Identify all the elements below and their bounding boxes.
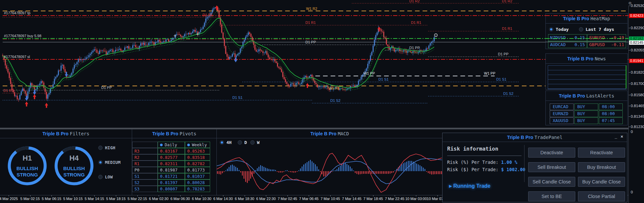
sell-candle-close-button[interactable]: Sell Candle Close — [528, 177, 575, 187]
running-trade-toggle[interactable]: ▸ Running Trade — [449, 183, 490, 189]
macd-radio-d[interactable]: D — [238, 140, 247, 145]
pivot-daily-value: 0.80807 — [158, 186, 185, 192]
buy-candle-close-button[interactable]: Buy Candle Close — [578, 177, 625, 187]
subwindow-separator[interactable] — [0, 128, 628, 128]
bull-candle — [348, 88, 349, 89]
pivot-row-label: S1 — [132, 173, 158, 179]
bull-candle — [310, 75, 311, 76]
pivot-daily-value: 0.82577 — [158, 154, 185, 161]
svg-text:H1: H1 — [23, 154, 32, 162]
heatmap-value: -0.19 — [611, 34, 624, 41]
buy-breakout-button[interactable]: Buy Breakout — [578, 162, 625, 172]
bear-candle — [289, 86, 290, 87]
heatmap-radio-last7days[interactable]: Last 7 days — [579, 27, 614, 32]
pivots-col-daily: Daily — [158, 142, 185, 148]
close-icon[interactable]: × — [620, 134, 623, 139]
price-tick-label: 0.81820 — [631, 70, 644, 74]
lastalerts-panel: Triple B Pro LastAlerts EURCADBUY08:00EU… — [545, 91, 628, 125]
bear-candle — [195, 30, 196, 32]
macd-plot[interactable] — [217, 147, 443, 195]
svg-text:H4: H4 — [69, 154, 79, 162]
price-tick-label: 0.82055 — [631, 48, 644, 52]
bear-candle — [316, 83, 317, 84]
radio-selected-icon[interactable] — [549, 27, 553, 32]
bear-candle — [286, 82, 287, 84]
minimize-icon[interactable]: _ — [615, 134, 617, 139]
bull-candle — [358, 81, 359, 85]
time-label: 6 Mar 18:30 — [235, 197, 254, 201]
bull-candle — [57, 75, 58, 77]
bear-candle — [354, 86, 355, 87]
filters-radio-high[interactable]: HIGH — [98, 145, 115, 150]
bear-candle — [381, 29, 382, 32]
tradepanel-titlebar[interactable]: Triple B Pro TradePanel — [443, 133, 627, 142]
bull-candle — [81, 59, 82, 60]
radio-selected-icon[interactable] — [98, 160, 103, 165]
triangle-right-icon: ▸ — [449, 183, 452, 189]
time-tick-mark — [330, 195, 331, 196]
bull-candle — [366, 68, 367, 71]
alert-direction: BUY — [574, 103, 598, 110]
filters-radio-medium[interactable]: MEDIUM — [98, 160, 121, 165]
bull-candle — [61, 66, 62, 71]
radio-icon[interactable] — [238, 140, 242, 145]
gauge-h1: H1 BULLISH STRONG — [3, 141, 52, 191]
radio-icon[interactable] — [98, 146, 103, 150]
close-partial-button[interactable]: Close Partial — [578, 191, 625, 201]
bull-candle — [431, 42, 432, 43]
bull-candle — [22, 89, 23, 91]
radio-icon[interactable] — [98, 175, 103, 179]
bull-candle — [370, 55, 371, 61]
candlestick-chart[interactable]: D1 R2D1 R2W1 R2D1 R1D1 R1D1 R1D1 R1D1 PP… — [0, 0, 628, 129]
radio-icon[interactable] — [250, 140, 255, 145]
bear-candle — [276, 61, 277, 63]
risk-information-header: Risk information — [447, 146, 498, 152]
pivot-weekly-value: 0.80028 — [185, 179, 210, 186]
subwindow-scale-label: 0 — [631, 190, 633, 194]
bear-candle — [252, 37, 253, 41]
filters-radio-low[interactable]: LOW — [98, 174, 113, 179]
pivot-weekly-value: 0.81037 — [185, 173, 210, 179]
time-label: 6 Mar 14:30 — [213, 197, 233, 201]
bull-candle — [397, 49, 398, 50]
bull-candle — [191, 33, 192, 34]
alert-direction: BUY — [574, 117, 598, 124]
heatmap-radio-today[interactable]: Today — [549, 27, 569, 32]
level-label: D1 R1 — [411, 21, 421, 25]
bull-candle — [297, 82, 298, 83]
macd-radio-4h[interactable]: 4H — [220, 140, 232, 145]
bull-candle — [243, 42, 244, 47]
bull-candle — [93, 51, 94, 52]
bull-candle — [349, 88, 350, 89]
radio-selected-icon[interactable] — [220, 140, 224, 145]
svg-text:STRONG: STRONG — [63, 172, 85, 177]
risk-percent-line: Risk (%) Per Trade: 1.00 % — [447, 160, 517, 165]
level-label: D1 S1 — [496, 77, 507, 81]
radio-icon[interactable] — [579, 27, 583, 32]
price-tick-mark — [629, 6, 630, 6]
price-tick-mark — [629, 84, 630, 84]
sell-breakout-button[interactable]: Sell Breakout — [528, 162, 575, 172]
deactivate-button[interactable]: Deactivate — [528, 148, 575, 158]
bull-candle — [111, 49, 112, 50]
time-label: 7 Mar 14:45 — [342, 197, 362, 201]
set-to-be-button[interactable]: Set to BE — [528, 191, 575, 201]
bear-candle — [385, 37, 386, 38]
bear-candle — [18, 99, 19, 100]
bull-candle — [264, 53, 265, 53]
bear-candle — [43, 83, 44, 88]
bull-candle — [245, 37, 246, 40]
bull-candle — [89, 55, 90, 57]
bear-candle — [294, 85, 295, 85]
level-label: D1 S1 — [378, 77, 389, 81]
reactivate-button[interactable]: Reactivate — [578, 148, 625, 158]
bear-candle — [281, 69, 282, 72]
price-tick-label: 0.81465 — [631, 104, 644, 108]
macd-radio-w[interactable]: W — [250, 140, 260, 145]
price-tick-mark — [629, 116, 630, 117]
bull-candle — [409, 51, 410, 51]
bear-candle — [82, 59, 83, 60]
order-line-over-panel — [545, 42, 628, 42]
time-tick-mark — [159, 195, 159, 196]
price-axis[interactable]: 0.825300.822900.820550.818200.817000.815… — [628, 6, 644, 203]
